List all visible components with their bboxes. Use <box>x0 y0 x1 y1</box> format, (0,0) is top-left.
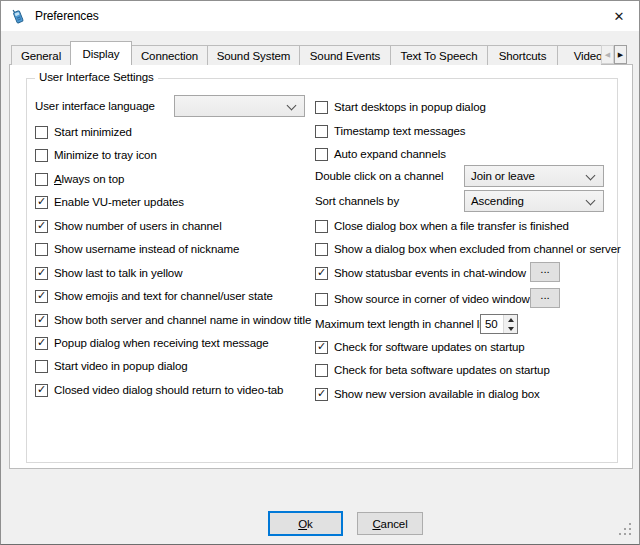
checkbox-show-emojis[interactable]: ✓ Show emojis and text for channel/user … <box>35 288 273 304</box>
video-source-browse-button[interactable]: ... <box>530 288 560 308</box>
tab-bar: General Display Connection Sound System … <box>11 40 601 65</box>
sort-channels-select[interactable]: Ascending <box>464 190 604 212</box>
checkbox[interactable]: ✓ <box>35 337 48 350</box>
checkbox[interactable]: ✓ <box>35 384 48 397</box>
checkbox-closed-video-return[interactable]: ✓ Closed video dialog should return to v… <box>35 382 283 398</box>
scroll-left-icon: ◀ <box>605 51 610 59</box>
tab-text-to-speech[interactable]: Text To Speech <box>390 45 488 65</box>
checkbox[interactable]: ✓ <box>315 293 328 306</box>
spin-up-button[interactable] <box>504 315 517 324</box>
checkbox[interactable]: ✓ <box>35 220 48 233</box>
tab-general[interactable]: General <box>11 45 71 65</box>
check-icon: ✓ <box>37 314 46 325</box>
checkbox-last-to-talk-yellow[interactable]: ✓ Show last to talk in yellow <box>35 265 182 281</box>
scroll-right-icon: ▶ <box>618 51 623 59</box>
checkbox-close-on-file-transfer[interactable]: ✓ Close dialog box when a file transfer … <box>315 218 569 234</box>
checkbox-new-version-dialog[interactable]: ✓ Show new version available in dialog b… <box>315 386 540 402</box>
checkbox-check-updates[interactable]: ✓ Check for software updates on startup <box>315 339 525 355</box>
checkbox-server-channel-in-title[interactable]: ✓ Show both server and channel name in w… <box>35 312 311 328</box>
checkbox[interactable]: ✓ <box>315 101 328 114</box>
check-icon: ✓ <box>37 290 46 301</box>
checkbox[interactable]: ✓ <box>35 126 48 139</box>
checkbox[interactable]: ✓ <box>35 243 48 256</box>
checkbox-popup-text-message[interactable]: ✓ Popup dialog when receiving text messa… <box>35 335 269 351</box>
language-label-row: User interface language <box>35 98 155 114</box>
chevron-down-icon <box>287 101 297 111</box>
tab-display[interactable]: Display <box>70 41 132 65</box>
double-click-select[interactable]: Join or leave <box>464 165 604 187</box>
checkbox[interactable]: ✓ <box>35 196 48 209</box>
checkbox[interactable]: ✓ <box>35 360 48 373</box>
checkbox[interactable]: ✓ <box>35 314 48 327</box>
checkbox[interactable]: ✓ <box>35 290 48 303</box>
checkbox[interactable]: ✓ <box>315 267 328 280</box>
group-title: User Interface Settings <box>35 71 158 83</box>
checkbox-excluded-dialog[interactable]: ✓ Show a dialog box when excluded from c… <box>315 241 621 257</box>
checkbox[interactable]: ✓ <box>315 148 328 161</box>
checkbox[interactable]: ✓ <box>315 388 328 401</box>
check-icon: ✓ <box>37 267 46 278</box>
check-icon: ✓ <box>37 220 46 231</box>
checkbox-check-beta-updates[interactable]: ✓ Check for beta software updates on sta… <box>315 362 550 378</box>
double-click-label-row: Double click on a channel <box>315 168 444 184</box>
checkbox-statusbar-events[interactable]: ✓ Show statusbar events in chat-window <box>315 265 526 281</box>
checkbox-username-instead-of-nickname[interactable]: ✓ Show username instead of nickname <box>35 241 239 257</box>
app-icon <box>10 8 26 24</box>
checkbox[interactable]: ✓ <box>315 243 328 256</box>
double-click-label: Double click on a channel <box>315 169 444 183</box>
check-icon: ✓ <box>37 384 46 395</box>
display-tab-page: User Interface Settings User interface l… <box>9 64 633 469</box>
tab-scroll-right-button[interactable]: ▶ <box>614 45 627 64</box>
statusbar-events-browse-button[interactable]: ... <box>530 262 560 282</box>
ok-button[interactable]: Ok <box>268 511 343 536</box>
language-label: User interface language <box>35 99 155 113</box>
sort-channels-value: Ascending <box>471 195 524 207</box>
checkbox-show-number-of-users[interactable]: ✓ Show number of users in channel <box>35 218 222 234</box>
resize-grip[interactable] <box>619 523 621 525</box>
sort-channels-label: Sort channels by <box>315 194 399 208</box>
tab-shortcuts[interactable]: Shortcuts <box>487 45 558 65</box>
checkbox-start-minimized[interactable]: ✓ Start minimized <box>35 124 132 140</box>
chevron-down-icon <box>586 171 596 181</box>
max-text-length-label: Maximum text length in channel list <box>315 317 490 331</box>
checkbox[interactable]: ✓ <box>35 173 48 186</box>
check-icon: ✓ <box>37 337 46 348</box>
checkbox-minimize-to-tray[interactable]: ✓ Minimize to tray icon <box>35 147 157 163</box>
preferences-dialog: Preferences ✕ General Display Connection… <box>0 0 640 545</box>
tab-video[interactable]: Video <box>557 45 601 65</box>
title-bar[interactable]: Preferences ✕ <box>1 1 639 31</box>
checkbox-start-desktops-popup[interactable]: ✓ Start desktops in popup dialog <box>315 99 486 115</box>
checkbox-timestamp-messages[interactable]: ✓ Timestamp text messages <box>315 123 465 139</box>
close-icon: ✕ <box>614 9 625 24</box>
checkbox[interactable]: ✓ <box>315 220 328 233</box>
check-icon: ✓ <box>317 267 326 278</box>
tab-scroll-left-button[interactable]: ◀ <box>601 45 614 64</box>
checkbox-video-popup-dialog[interactable]: ✓ Start video in popup dialog <box>35 358 187 374</box>
window-title: Preferences <box>35 9 99 23</box>
checkbox-vu-meter-updates[interactable]: ✓ Enable VU-meter updates <box>35 194 184 210</box>
close-button[interactable]: ✕ <box>599 1 639 31</box>
max-text-length-value: 50 <box>481 315 503 333</box>
checkbox-auto-expand-channels[interactable]: ✓ Auto expand channels <box>315 146 446 162</box>
checkbox[interactable]: ✓ <box>35 149 48 162</box>
check-icon: ✓ <box>317 341 326 352</box>
checkbox[interactable]: ✓ <box>315 125 328 138</box>
check-icon: ✓ <box>37 196 46 207</box>
checkbox[interactable]: ✓ <box>315 364 328 377</box>
tab-sound-events[interactable]: Sound Events <box>299 45 391 65</box>
checkbox[interactable]: ✓ <box>35 267 48 280</box>
max-text-length-spinner[interactable]: 50 <box>480 314 518 334</box>
spin-down-button[interactable] <box>504 324 517 333</box>
double-click-value: Join or leave <box>471 170 535 182</box>
checkbox-always-on-top[interactable]: ✓ Always on top <box>35 171 124 187</box>
chevron-down-icon <box>586 196 596 206</box>
checkbox[interactable]: ✓ <box>315 341 328 354</box>
tab-connection[interactable]: Connection <box>131 45 208 65</box>
tab-sound-system[interactable]: Sound System <box>207 45 300 65</box>
cancel-button[interactable]: Cancel <box>357 512 423 535</box>
check-icon: ✓ <box>317 388 326 399</box>
max-text-length-label-row: Maximum text length in channel list <box>315 316 490 332</box>
checkbox-video-source-corner[interactable]: ✓ Show source in corner of video window <box>315 291 530 307</box>
language-select[interactable] <box>174 95 305 117</box>
sort-channels-label-row: Sort channels by <box>315 193 399 209</box>
